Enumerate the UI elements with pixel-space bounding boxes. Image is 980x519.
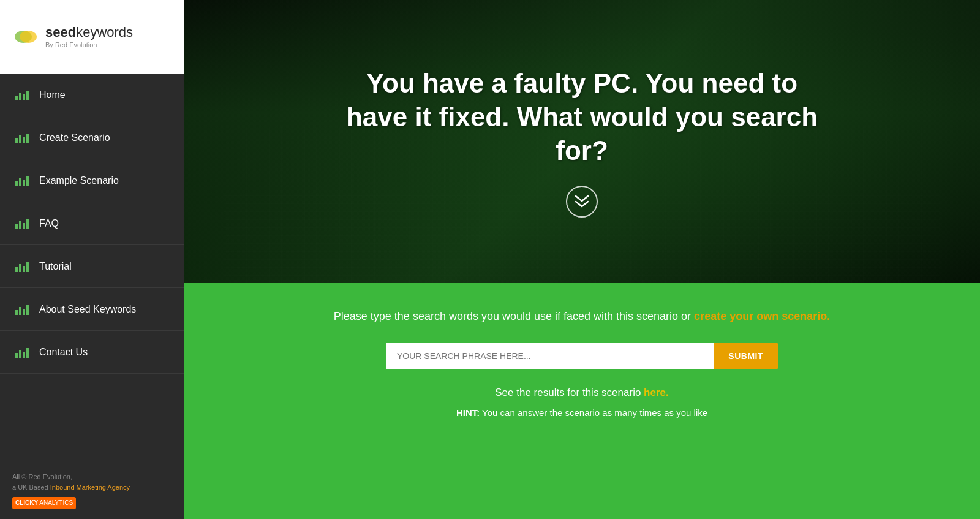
bar-chart-icon-3 bbox=[15, 175, 29, 186]
green-description-text: Please type the search words you would u… bbox=[334, 310, 694, 322]
hint-body: You can answer the scenario as many time… bbox=[480, 407, 707, 418]
footer-line1: All © Red Evolution, bbox=[12, 473, 72, 480]
nav-label-home: Home bbox=[39, 89, 66, 100]
results-before-text: See the results for this scenario bbox=[495, 387, 644, 398]
hero-title: You have a faulty PC. You need to have i… bbox=[343, 66, 821, 167]
footer-line2: a UK Based bbox=[12, 483, 50, 491]
home-nav-icon bbox=[15, 89, 29, 100]
clicky-badge[interactable]: CLICKY ANALYTICS bbox=[12, 497, 76, 509]
nav-item-example-scenario[interactable]: Example Scenario bbox=[0, 159, 184, 202]
green-description: Please type the search words you would u… bbox=[334, 308, 830, 325]
logo-seed: seed bbox=[45, 25, 76, 40]
bar-chart-icon-7 bbox=[15, 347, 29, 358]
sidebar: seedkeywords By Red Evolution Home Creat… bbox=[0, 0, 184, 519]
nav-label-about: About Seed Keywords bbox=[39, 304, 136, 315]
nav-label-faq: FAQ bbox=[39, 218, 59, 229]
main-content: You have a faulty PC. You need to have i… bbox=[184, 0, 980, 519]
bar-chart-icon-4 bbox=[15, 218, 29, 229]
sidebar-footer: All © Red Evolution, a UK Based Inbound … bbox=[0, 462, 184, 519]
example-scenario-nav-icon bbox=[15, 175, 29, 186]
hint-text: HINT: You can answer the scenario as man… bbox=[456, 407, 707, 418]
contact-nav-icon bbox=[15, 347, 29, 358]
svg-point-1 bbox=[20, 31, 37, 43]
results-link[interactable]: here. bbox=[644, 387, 669, 398]
bar-chart-icon bbox=[15, 89, 29, 100]
create-scenario-nav-icon bbox=[15, 132, 29, 143]
create-scenario-link[interactable]: create your own scenario. bbox=[694, 310, 830, 322]
bar-chart-icon-5 bbox=[15, 261, 29, 272]
hero-content: You have a faulty PC. You need to have i… bbox=[306, 66, 858, 218]
search-input[interactable] bbox=[386, 343, 714, 369]
nav-item-home[interactable]: Home bbox=[0, 74, 184, 116]
footer-link[interactable]: Inbound Marketing Agency bbox=[50, 483, 130, 491]
submit-button[interactable]: SUBMIT bbox=[714, 343, 778, 369]
nav-item-contact[interactable]: Contact Us bbox=[0, 331, 184, 374]
logo-subtitle: By Red Evolution bbox=[45, 41, 133, 48]
scroll-down-button[interactable] bbox=[566, 186, 598, 218]
chevron-double-down-icon bbox=[573, 195, 590, 208]
faq-nav-icon bbox=[15, 218, 29, 229]
hint-label: HINT: bbox=[456, 407, 480, 418]
nav-item-about[interactable]: About Seed Keywords bbox=[0, 288, 184, 331]
nav-item-create-scenario[interactable]: Create Scenario bbox=[0, 116, 184, 159]
green-section: Please type the search words you would u… bbox=[184, 283, 980, 519]
logo-icon bbox=[12, 23, 39, 50]
clicky-text: CLICKY bbox=[15, 498, 38, 508]
bar-chart-icon-2 bbox=[15, 132, 29, 143]
about-nav-icon bbox=[15, 304, 29, 315]
logo-keywords: keywords bbox=[76, 25, 133, 40]
tutorial-nav-icon bbox=[15, 261, 29, 272]
search-row: SUBMIT bbox=[386, 343, 778, 369]
results-text: See the results for this scenario here. bbox=[495, 387, 668, 399]
nav-label-tutorial: Tutorial bbox=[39, 261, 72, 272]
nav-label-example-scenario: Example Scenario bbox=[39, 175, 119, 186]
bar-chart-icon-6 bbox=[15, 304, 29, 315]
hero-section: You have a faulty PC. You need to have i… bbox=[184, 0, 980, 283]
logo-text-wrap: seedkeywords By Red Evolution bbox=[45, 25, 133, 48]
nav-menu: Home Create Scenario Example Scenario bbox=[0, 74, 184, 462]
logo-area: seedkeywords By Red Evolution bbox=[0, 0, 184, 74]
logo-title: seedkeywords bbox=[45, 25, 133, 40]
nav-label-create-scenario: Create Scenario bbox=[39, 132, 110, 143]
nav-item-tutorial[interactable]: Tutorial bbox=[0, 245, 184, 288]
nav-label-contact: Contact Us bbox=[39, 347, 88, 358]
analytics-text: ANALYTICS bbox=[39, 498, 73, 508]
nav-item-faq[interactable]: FAQ bbox=[0, 202, 184, 245]
